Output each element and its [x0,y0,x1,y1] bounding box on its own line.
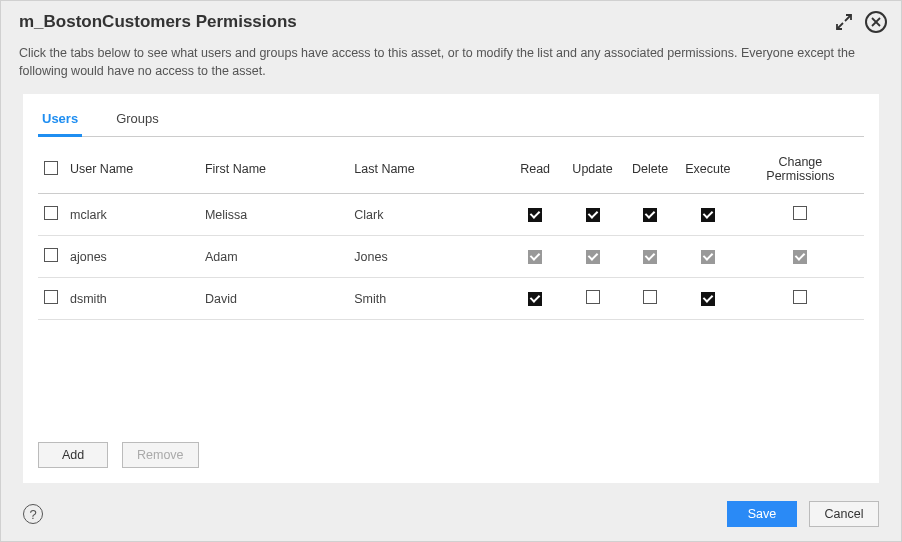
select-all-checkbox[interactable] [44,161,58,175]
cell-last: Clark [348,194,506,236]
dialog-title: m_BostonCustomers Permissions [19,12,297,32]
column-firstname: First Name [199,145,348,194]
cell-last: Smith [348,278,506,320]
table-row: mclarkMelissaClark [38,194,864,236]
dialog-footer: ? Save Cancel [1,497,901,541]
dialog-description: Click the tabs below to see what users a… [1,43,901,94]
cell-first: David [199,278,348,320]
column-execute: Execute [679,145,737,194]
tab-groups[interactable]: Groups [112,105,163,137]
table-row: dsmithDavidSmith [38,278,864,320]
read-checkbox [528,250,542,264]
remove-button[interactable]: Remove [122,442,199,468]
title-actions [833,11,887,33]
close-icon[interactable] [865,11,887,33]
column-update: Update [564,145,622,194]
tab-bar: Users Groups [38,105,864,137]
execute-checkbox[interactable] [701,292,715,306]
table-header-row: User Name First Name Last Name Read Upda… [38,145,864,194]
main-panel: Users Groups User Name First Name Last N… [23,94,879,483]
row-select-checkbox[interactable] [44,248,58,262]
save-button[interactable]: Save [727,501,797,527]
panel-footer: Add Remove [38,432,864,468]
update-checkbox [586,250,600,264]
column-change: Change Permissions [737,145,864,194]
cell-user: dsmith [64,278,199,320]
column-lastname: Last Name [348,145,506,194]
help-icon[interactable]: ? [23,504,43,524]
delete-checkbox[interactable] [643,290,657,304]
read-checkbox[interactable] [528,208,542,222]
column-username: User Name [64,145,199,194]
cell-first: Adam [199,236,348,278]
execute-checkbox [701,250,715,264]
column-read: Read [507,145,564,194]
cell-user: ajones [64,236,199,278]
update-checkbox[interactable] [586,208,600,222]
update-checkbox[interactable] [586,290,600,304]
cancel-button[interactable]: Cancel [809,501,879,527]
cell-user: mclark [64,194,199,236]
change-permissions-checkbox[interactable] [793,290,807,304]
delete-checkbox[interactable] [643,208,657,222]
titlebar: m_BostonCustomers Permissions [1,1,901,43]
expand-icon[interactable] [833,11,855,33]
column-delete: Delete [621,145,678,194]
tab-users[interactable]: Users [38,105,82,137]
row-select-checkbox[interactable] [44,290,58,304]
table-row: ajonesAdamJones [38,236,864,278]
row-select-checkbox[interactable] [44,206,58,220]
read-checkbox[interactable] [528,292,542,306]
cell-last: Jones [348,236,506,278]
permissions-dialog: m_BostonCustomers Permissions Click the … [0,0,902,542]
delete-checkbox [643,250,657,264]
execute-checkbox[interactable] [701,208,715,222]
permissions-table: User Name First Name Last Name Read Upda… [38,145,864,320]
change-permissions-checkbox[interactable] [793,206,807,220]
add-button[interactable]: Add [38,442,108,468]
change-permissions-checkbox [793,250,807,264]
cell-first: Melissa [199,194,348,236]
